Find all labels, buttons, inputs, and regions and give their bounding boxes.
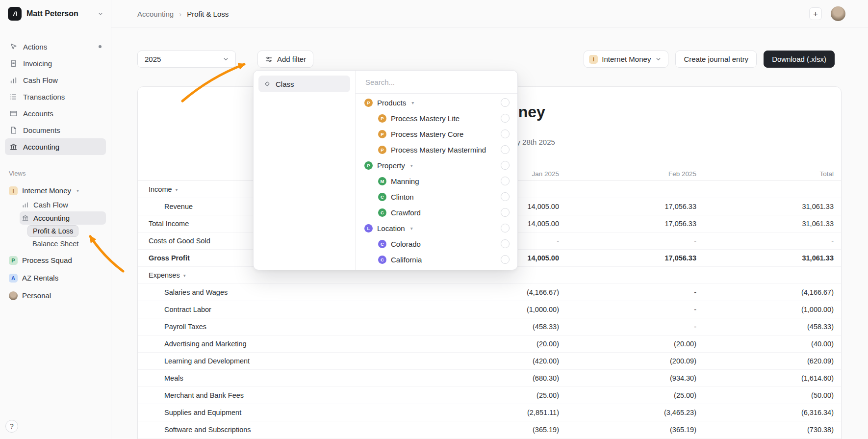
period-select[interactable]: 2025 — [137, 51, 236, 68]
sidebar-item-documents[interactable]: Documents — [5, 122, 106, 138]
filter-option-label: Products — [377, 99, 406, 107]
cell-value: (50.00) — [696, 391, 834, 399]
view-item-az-rentals[interactable]: AAZ Rentals — [5, 270, 106, 285]
filter-option-products[interactable]: PProducts▾ — [356, 95, 517, 110]
filter-option-label: Colorado — [391, 240, 421, 248]
cell-value: - — [559, 237, 696, 245]
cell-value: 31,061.33 — [696, 203, 834, 210]
view-item-process-squad[interactable]: PProcess Squad — [5, 253, 106, 268]
option-checkbox[interactable] — [501, 114, 510, 123]
filter-option-process-mastery-lite[interactable]: PProcess Mastery Lite — [356, 110, 517, 126]
filter-options-panel: PProducts▾PProcess Mastery LitePProcess … — [356, 71, 517, 270]
sidebar-item-label: Accounting — [23, 143, 59, 151]
filter-option-crawford[interactable]: CCrawford — [356, 205, 517, 220]
cell-value: 31,061.33 — [696, 254, 834, 262]
app-logo — [8, 7, 22, 21]
view-label: Profit & Loss — [27, 225, 78, 237]
option-checkbox[interactable] — [501, 98, 510, 107]
sidebar-item-label: Transactions — [23, 93, 65, 101]
caret-down-icon: ▾ — [77, 188, 79, 193]
view-item-accounting[interactable]: Accounting — [20, 211, 106, 225]
row-label: Expenses▾ — [138, 271, 422, 279]
filter-option-process-mastery-core[interactable]: PProcess Mastery Core — [356, 126, 517, 142]
caret-down-icon: ▾ — [183, 273, 186, 278]
entity-select[interactable]: I Internet Money — [584, 51, 668, 68]
view-badge: P — [9, 256, 18, 265]
option-checkbox[interactable] — [501, 177, 510, 185]
view-label: Accounting — [33, 214, 70, 222]
sidebar-item-label: Accounts — [23, 109, 53, 118]
filter-option-label: Manning — [391, 177, 419, 185]
sidebar-item-cash-flow[interactable]: Cash Flow — [5, 72, 106, 88]
filter-option-manning[interactable]: MManning — [356, 173, 517, 189]
cell-value: (730.38) — [696, 426, 834, 434]
view-item-balance-sheet[interactable]: Balance Sheet — [5, 237, 106, 250]
option-checkbox[interactable] — [501, 224, 510, 232]
cell-value: (458.33) — [422, 323, 559, 331]
view-item-profit-loss[interactable]: Profit & Loss — [5, 225, 106, 237]
add-button[interactable]: + — [809, 7, 822, 20]
view-item-internet-money[interactable]: IInternet Money▾ — [5, 183, 106, 198]
add-filter-button[interactable]: Add filter — [257, 51, 313, 68]
option-checkbox[interactable] — [501, 161, 510, 170]
user-avatar[interactable] — [831, 6, 845, 21]
filter-category-label: Class — [276, 80, 294, 88]
sidebar-item-accounts[interactable]: Accounts — [5, 105, 106, 122]
add-filter-label: Add filter — [277, 55, 306, 63]
cell-value: (1,000.00) — [696, 306, 834, 313]
view-item-cash-flow[interactable]: Cash Flow — [20, 198, 106, 211]
cell-value: (25.00) — [559, 391, 696, 399]
accounting-icon — [22, 214, 29, 222]
filter-category-class[interactable]: Class — [258, 76, 350, 92]
help-button[interactable]: ? — [5, 420, 18, 433]
view-label: Process Squad — [22, 256, 72, 264]
filter-option-process-mastery-mastermind[interactable]: PProcess Mastery Mastermind — [356, 142, 517, 157]
row-label: Salaries and Wages — [138, 288, 422, 296]
cell-value: (25.00) — [422, 391, 559, 399]
option-checkbox[interactable] — [501, 145, 510, 154]
cell-value: (1,614.60) — [696, 374, 834, 382]
search-input[interactable] — [364, 77, 509, 87]
cell-value: (1,000.00) — [422, 306, 559, 313]
workspace-switcher[interactable]: Matt Peterson — [0, 0, 111, 27]
download-xlsx-button[interactable]: Download (.xlsx) — [764, 51, 835, 68]
view-label: Personal — [22, 291, 51, 300]
filter-option-colorado[interactable]: CColorado — [356, 236, 517, 252]
class-badge: P — [364, 161, 373, 170]
class-badge: P — [378, 146, 386, 154]
cell-value: (20.00) — [559, 340, 696, 348]
filter-option-clinton[interactable]: CClinton — [356, 189, 517, 205]
option-checkbox[interactable] — [501, 239, 510, 248]
option-checkbox[interactable] — [501, 192, 510, 201]
row-label: Learning and Development — [138, 357, 422, 365]
option-checkbox[interactable] — [501, 255, 510, 264]
class-diamond-icon — [263, 80, 271, 88]
row-label: Software and Subscriptions — [138, 426, 422, 434]
chevron-down-icon — [222, 55, 230, 63]
create-journal-entry-button[interactable]: Create journal entry — [675, 51, 757, 68]
sidebar-item-transactions[interactable]: Transactions — [5, 88, 106, 105]
actions-icon — [9, 43, 18, 51]
sidebar-item-actions[interactable]: Actions — [5, 38, 106, 55]
topbar: Accounting › Profit & Loss + — [111, 0, 868, 28]
cell-value: - — [559, 288, 696, 296]
table-row-learning-and-development: Learning and Development(420.00)(200.09)… — [138, 353, 841, 370]
filter-option-property[interactable]: PProperty▾ — [356, 157, 517, 173]
view-item-personal[interactable]: Personal — [5, 288, 106, 303]
filter-option-location[interactable]: LLocation▾ — [356, 220, 517, 236]
class-badge: M — [378, 177, 386, 185]
workspace-name: Matt Peterson — [26, 9, 92, 18]
sidebar-item-accounting[interactable]: Accounting — [5, 138, 106, 155]
filter-option-california[interactable]: CCalifornia — [356, 252, 517, 267]
column-header: Total — [696, 170, 834, 178]
class-badge: C — [378, 208, 386, 217]
breadcrumb-accounting[interactable]: Accounting — [137, 10, 174, 18]
caret-down-icon: ▾ — [410, 226, 413, 231]
row-label: Payroll Taxes — [138, 323, 422, 331]
option-checkbox[interactable] — [501, 208, 510, 217]
accounts-icon — [9, 109, 18, 118]
sidebar-item-invoicing[interactable]: Invoicing — [5, 55, 106, 72]
filter-search — [356, 71, 517, 94]
filter-option-label: Process Mastery Mastermind — [391, 146, 486, 154]
option-checkbox[interactable] — [501, 129, 510, 138]
